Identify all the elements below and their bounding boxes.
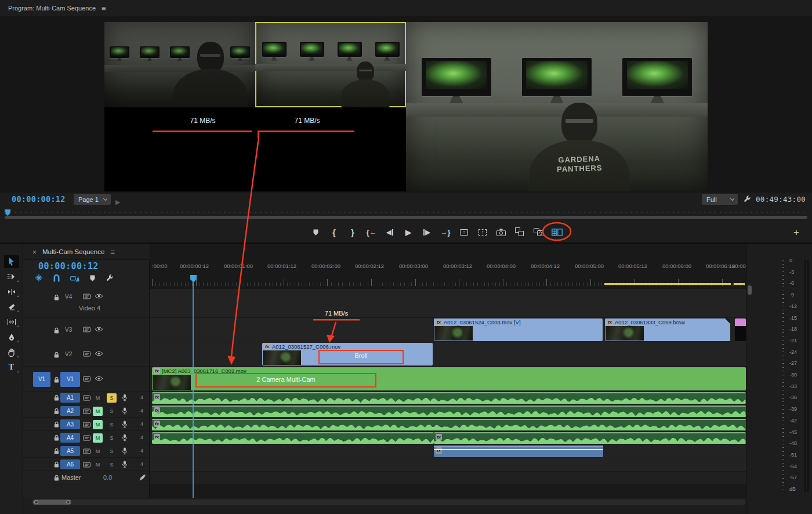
clip[interactable]: fx <box>152 432 434 444</box>
clip[interactable]: fx <box>152 406 746 417</box>
vertical-scrollbar-thumb[interactable] <box>748 285 752 295</box>
razor-tool[interactable] <box>4 301 19 313</box>
mute-button-a5[interactable]: M <box>93 447 103 456</box>
lock-icon[interactable] <box>53 461 60 468</box>
monitor-zoom-scrollbar[interactable] <box>5 216 807 219</box>
program-timecode[interactable]: 00:00:00:12 <box>12 194 66 204</box>
scrollbar-zoom-handle[interactable] <box>66 500 70 504</box>
target-track-a4[interactable]: A4 <box>60 433 80 443</box>
track-lane[interactable] <box>150 472 746 484</box>
step-forward-button[interactable]: ▶ <box>420 225 434 239</box>
scrollbar-zoom-handle[interactable] <box>34 500 38 504</box>
show-keyframes-icon[interactable] <box>139 474 146 481</box>
monitor-settings-icon[interactable] <box>743 195 751 203</box>
voiceover-record-icon[interactable] <box>122 461 128 468</box>
clip[interactable]: fx <box>152 392 746 404</box>
lock-icon[interactable] <box>53 394 60 401</box>
clip[interactable] <box>735 318 746 341</box>
target-track-a2[interactable]: A2 <box>60 406 80 416</box>
pen-tool[interactable] <box>4 331 19 343</box>
solo-button-a3[interactable]: S <box>107 420 117 429</box>
target-track-a1[interactable]: A1 <box>60 393 80 403</box>
target-track-a6[interactable]: A6 <box>60 459 80 469</box>
voiceover-record-icon[interactable] <box>122 421 128 428</box>
track-lane[interactable] <box>150 289 746 317</box>
clip[interactable]: fx <box>152 419 746 430</box>
export-frame-button[interactable] <box>494 225 508 239</box>
comparison-view-button[interactable] <box>513 225 527 239</box>
time-ruler-ticks[interactable] <box>150 279 746 286</box>
multicam-camera-1[interactable] <box>104 22 255 107</box>
zoom-level-dropdown[interactable]: Full <box>702 194 738 205</box>
mute-button-a3[interactable]: M <box>93 420 103 429</box>
lock-icon[interactable] <box>53 475 60 482</box>
sync-lock-icon[interactable] <box>83 376 90 382</box>
clip--mc2-a003-03061716-c002-mov[interactable]: fx[MC2] A003_03061716_C002.mov <box>152 367 746 390</box>
lock-icon[interactable] <box>53 408 60 415</box>
monitor-scrubber-track[interactable] <box>5 212 807 213</box>
sync-lock-icon[interactable] <box>83 294 90 299</box>
target-track-v3[interactable]: V3 <box>65 327 72 333</box>
horizontal-scrollbar-thumb[interactable] <box>33 499 71 505</box>
toggle-track-output-icon[interactable] <box>95 294 103 299</box>
solo-button-a5[interactable]: S <box>107 447 117 456</box>
voiceover-record-icon[interactable] <box>122 394 128 401</box>
target-track-a3[interactable]: A3 <box>60 419 80 429</box>
linked-selection-toggle[interactable] <box>70 274 79 282</box>
sync-lock-icon[interactable] <box>83 448 90 454</box>
multicam-camera-2-selected[interactable] <box>255 22 406 107</box>
voiceover-record-icon[interactable] <box>122 447 128 455</box>
solo-button-a4[interactable]: S <box>107 433 117 443</box>
lock-icon[interactable] <box>53 448 60 455</box>
hand-tool[interactable] <box>4 346 19 359</box>
add-marker-button[interactable] <box>309 225 322 239</box>
sync-lock-icon[interactable] <box>83 435 90 441</box>
multicam-record-toggle-button[interactable] <box>531 225 545 239</box>
snap-toggle[interactable] <box>53 274 60 282</box>
toggle-track-output-icon[interactable] <box>95 376 103 381</box>
clip-a012-03061524-c003-mov-v-[interactable]: fxA012_03061524_C003.mov [V] <box>434 318 603 341</box>
mark-out-button[interactable]: } <box>346 225 360 239</box>
close-tab-icon[interactable] <box>32 247 37 257</box>
mute-button-a6[interactable]: M <box>93 460 103 469</box>
clip-a012-03061833-c059-braw[interactable]: fxA012_03061833_C059.braw <box>605 318 730 341</box>
target-track-v2[interactable]: V2 <box>65 351 72 357</box>
tab-multicam-sequence[interactable]: Multi-Cam Sequence <box>42 248 104 255</box>
step-back-button[interactable]: ◀ <box>383 225 397 239</box>
clip[interactable]: fx <box>434 432 746 444</box>
toggle-multicam-view-button[interactable] <box>550 225 564 239</box>
track-lane[interactable] <box>150 342 746 366</box>
selection-tool[interactable] <box>4 255 19 268</box>
button-editor-plus[interactable] <box>790 226 803 239</box>
type-tool[interactable]: T <box>4 361 19 374</box>
toggle-track-output-icon[interactable] <box>95 327 103 332</box>
play-button[interactable]: ▶ <box>401 225 415 239</box>
solo-button-a6[interactable]: S <box>107 460 117 469</box>
clip-a012-03061527-c006-mov[interactable]: fxA012_03061527_C006.mov <box>262 343 433 365</box>
panel-menu-icon[interactable] <box>102 4 106 13</box>
insert-nest-toggle[interactable] <box>35 274 43 282</box>
lock-icon[interactable] <box>53 421 60 428</box>
lock-icon[interactable] <box>53 377 60 383</box>
mute-button-a1[interactable]: M <box>93 393 103 403</box>
target-track-v4[interactable]: V4 <box>65 294 72 300</box>
timeline-tracks-area[interactable]: :00:0000:00:00:1200:00:01:0000:00:01:120… <box>150 244 746 498</box>
lock-icon[interactable] <box>53 294 60 301</box>
track-name-label[interactable]: Video 4 <box>79 305 100 312</box>
track-select-forward-tool[interactable] <box>4 270 19 283</box>
volume-line[interactable] <box>434 449 603 450</box>
target-track-a5[interactable]: A5 <box>60 446 80 456</box>
go-to-out-button[interactable]: →} <box>438 225 452 239</box>
voiceover-record-icon[interactable] <box>122 434 128 441</box>
extract-button[interactable]: ↑ <box>476 225 490 239</box>
sync-lock-icon[interactable] <box>83 422 90 428</box>
clip[interactable]: fx <box>434 446 603 457</box>
voiceover-record-icon[interactable] <box>122 407 128 415</box>
master-level-value[interactable]: 0.0 <box>103 474 112 481</box>
mark-in-button[interactable]: { <box>327 225 341 239</box>
page-selector-dropdown[interactable]: Page 1 <box>74 194 111 205</box>
lock-icon[interactable] <box>53 435 60 441</box>
solo-button-a1[interactable]: S <box>107 393 117 403</box>
lock-icon[interactable] <box>53 352 60 359</box>
solo-button-a2[interactable]: S <box>107 407 117 416</box>
